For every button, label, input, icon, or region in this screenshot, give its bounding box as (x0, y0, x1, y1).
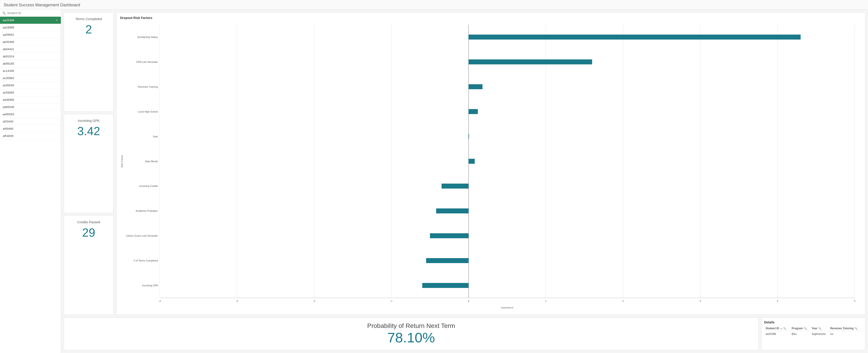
probability-value: 78.10% (387, 329, 435, 346)
bar (468, 134, 469, 139)
table-cell: BSc. (790, 331, 810, 337)
table-header: Year🔍 (810, 326, 829, 331)
x-tick-label: 3 (700, 300, 701, 303)
column-label: Student ID (766, 327, 779, 330)
y-axis-label: Risk Factor (121, 155, 123, 168)
chart-title: Dropout Risk Factors (120, 16, 862, 20)
list-item[interactable]: ac85649 (0, 82, 61, 89)
bottom-section: Probability of Return Next Term 78.10% D… (61, 318, 868, 353)
list-item[interactable]: af33440 (0, 118, 61, 125)
list-item[interactable]: ac93894 (0, 89, 61, 96)
student-list: aa33396✓aa16889aa59561ab45480ab64431ab91… (0, 17, 61, 353)
list-item[interactable]: ac30983 (0, 75, 61, 82)
terms-completed-value: 2 (68, 23, 110, 36)
y-label: Academic Probation (136, 210, 158, 212)
dropout-risk-chart: -4-3-2-1012345Scholarship StatusGPA Last… (120, 22, 862, 310)
y-label: Library Scans Last Semester (126, 234, 158, 237)
column-search-icon[interactable]: 🔍 (783, 327, 786, 330)
column-search-icon[interactable]: 🔍 (818, 327, 822, 330)
sort-arrow-icon[interactable]: ▲ (780, 327, 782, 330)
details-title: Details (764, 320, 862, 324)
table-header: Student ID▲🔍 (764, 326, 790, 331)
table-header: Receives Tutoring🔍 (829, 326, 862, 331)
x-tick-label: 0 (468, 300, 469, 303)
table-cell: aa33396 (764, 331, 790, 337)
list-item[interactable]: ae95563 (0, 111, 61, 118)
y-label: Receives Tutoring (138, 85, 158, 88)
bar (468, 84, 482, 89)
y-label: # of Terms Completed (134, 259, 158, 262)
chart-panel: Dropout Risk Factors -4-3-2-1012345Schol… (116, 12, 865, 315)
table-header: Program🔍 (790, 326, 810, 331)
credits-passed-card: Credits Passed 29 (64, 215, 114, 315)
list-item[interactable]: ab91914 (0, 53, 61, 60)
column-label: Receives Tutoring (830, 327, 854, 330)
app-title: Student Success Management Dashboard (0, 0, 868, 9)
student-id-search[interactable] (7, 11, 59, 15)
terms-completed-card: Terms Completed 2 (64, 12, 114, 112)
table-cell: Sophomore (810, 331, 829, 337)
stat-cards: Terms Completed 2 Incoming GPA 3.42 Cred… (64, 12, 114, 315)
terms-completed-label: Terms Completed (68, 17, 110, 21)
x-tick-label: 1 (545, 300, 547, 303)
column-label: Program (792, 327, 803, 330)
list-item[interactable]: ac14349 (0, 67, 61, 75)
bar (422, 283, 469, 288)
column-label: Year (812, 327, 817, 330)
bar (468, 35, 801, 40)
y-label: Local High School (138, 110, 158, 113)
y-label: Incoming Credits (139, 185, 158, 187)
y-label: Incoming GPA (142, 284, 158, 287)
search-icon: 🔍 (2, 11, 6, 15)
x-axis-label: Importance (501, 306, 513, 309)
x-tick-label: -1 (390, 300, 393, 303)
probability-label: Probability of Return Next Term (367, 322, 455, 329)
list-item[interactable]: ab64431 (0, 46, 61, 53)
list-item[interactable]: af49466 (0, 125, 61, 133)
list-item[interactable]: aa59561 (0, 31, 61, 38)
check-mark-icon: ✓ (56, 19, 58, 22)
x-tick-label: 4 (777, 300, 778, 303)
y-label: Scholarship Status (137, 36, 158, 38)
table-row: aa33396BSc.Sophomoreno (764, 331, 862, 337)
x-tick-label: 5 (854, 300, 855, 303)
bar (468, 109, 478, 114)
list-item[interactable]: aa16889 (0, 24, 61, 31)
credits-passed-label: Credits Passed (68, 220, 110, 224)
x-tick-label: -3 (236, 300, 238, 303)
y-label: GPA Last Semester (136, 61, 158, 63)
list-item[interactable]: ad65046 (0, 104, 61, 111)
y-label: Start Month (145, 160, 158, 163)
incoming-gpa-value: 3.42 (68, 124, 110, 138)
bar (430, 233, 469, 238)
x-tick-label: -4 (159, 300, 161, 303)
search-box: 🔍 (0, 9, 61, 17)
probability-panel: Probability of Return Next Term 78.10% (64, 318, 758, 350)
x-tick-label: -2 (313, 300, 315, 303)
column-search-icon[interactable]: 🔍 (855, 327, 858, 330)
bar (436, 208, 468, 213)
bar (468, 159, 475, 164)
incoming-gpa-card: Incoming GPA 3.42 (64, 114, 114, 213)
incoming-gpa-label: Incoming GPA (68, 119, 110, 122)
list-item[interactable]: aa33396✓ (0, 17, 61, 24)
sidebar: 🔍 aa33396✓aa16889aa59561ab45480ab64431ab… (0, 9, 61, 353)
y-label: Year (153, 135, 158, 138)
column-search-icon[interactable]: 🔍 (804, 327, 807, 330)
bar (426, 258, 469, 263)
x-tick-label: 2 (622, 300, 624, 303)
details-table: Student ID▲🔍Program🔍Year🔍Receives Tutori… (764, 326, 862, 337)
bar (468, 60, 592, 64)
list-item[interactable]: af54839 (0, 133, 61, 140)
details-panel: Details Student ID▲🔍Program🔍Year🔍Receive… (761, 318, 865, 350)
main-content: Terms Completed 2 Incoming GPA 3.42 Cred… (61, 9, 868, 353)
bar (441, 183, 468, 188)
list-item[interactable]: ad46995 (0, 96, 61, 104)
table-cell: no (829, 331, 862, 337)
list-item[interactable]: ab99185 (0, 60, 61, 67)
list-item[interactable]: ab45480 (0, 38, 61, 46)
top-section: Terms Completed 2 Incoming GPA 3.42 Cred… (61, 9, 868, 318)
chart-container: -4-3-2-1012345Scholarship StatusGPA Last… (120, 22, 862, 311)
credits-passed-value: 29 (68, 226, 110, 239)
